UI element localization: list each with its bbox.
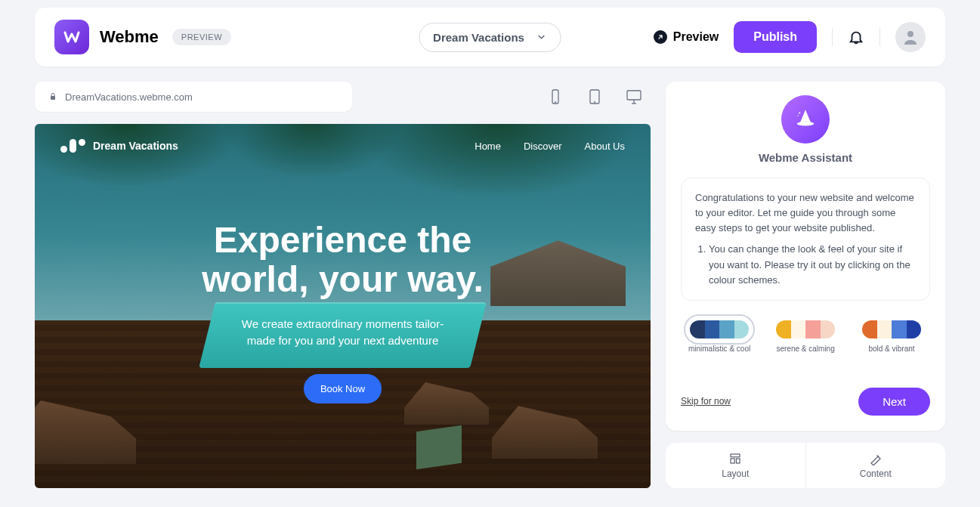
site-header: Dream Vacations Home Discover About Us [35,124,651,153]
brand-mark-icon [63,28,81,46]
nav-item-about[interactable]: About Us [585,141,625,152]
scheme-label: serene & calming [774,345,836,353]
site-logo[interactable]: Dream Vacations [60,139,178,153]
scheme-option-bold[interactable]: bold & vibrant [861,319,923,353]
assistant-message: Congratulations to your new website and … [681,178,930,301]
site-name: Dream Vacations [93,140,178,152]
scheme-label: bold & vibrant [861,345,923,353]
skip-link[interactable]: Skip for now [681,396,731,407]
hero-cta-button[interactable]: Book Now [304,374,382,403]
device-tablet-button[interactable] [586,88,604,106]
svg-rect-4 [590,90,599,104]
account-button[interactable] [895,22,926,52]
publish-button[interactable]: Publish [734,21,817,53]
preview-link[interactable]: Preview [654,30,719,44]
site-nav: Home Discover About Us [475,141,625,152]
svg-rect-12 [731,454,740,457]
nav-item-home[interactable]: Home [475,141,501,152]
swatch-icon [688,319,750,340]
divider [880,28,880,46]
canvas-toolbar: DreamVacations.webme.com [35,82,651,112]
nav-item-discover[interactable]: Discover [524,141,562,152]
project-selector[interactable]: Dream Vacations [419,23,561,52]
project-selector-label: Dream Vacations [433,31,524,44]
svg-rect-2 [552,90,558,104]
assistant-panel: Webme Assistant Congratulations to your … [666,82,945,431]
assistant-step: You can change the look & feel of your s… [709,242,916,287]
tab-layout[interactable]: Layout [666,443,806,488]
svg-point-9 [797,122,815,126]
bell-icon [848,29,864,45]
device-desktop-button[interactable] [625,88,643,106]
hero-background-table [416,425,462,469]
hero-subtitle: We create extraordinary moments tailor- … [53,316,632,350]
brand-logo [54,20,89,54]
svg-rect-1 [51,96,55,100]
svg-point-11 [797,115,798,116]
layout-icon [728,452,742,465]
avatar [895,22,926,52]
scheme-option-serene[interactable]: serene & calming [774,319,836,353]
wizard-hat-icon [793,107,818,132]
user-icon [901,28,920,46]
assistant-greeting: Congratulations to your new website and … [695,190,916,236]
address-bar[interactable]: DreamVacations.webme.com [35,82,352,112]
swatch-icon [774,319,836,340]
swatch-icon [861,319,923,340]
preview-link-label: Preview [673,30,719,44]
scheme-option-minimal[interactable]: minimalistic & cool [688,319,750,353]
assistant-avatar [781,95,830,144]
site-preview-canvas[interactable]: Dream Vacations Home Discover About Us E… [35,124,651,488]
app-topbar: Webme PREVIEW Dream Vacations Preview Pu… [35,8,945,66]
content-icon [869,452,883,465]
address-text: DreamVacations.webme.com [65,91,193,103]
hero-title: Experience the world, your way. [53,221,632,299]
next-button[interactable]: Next [858,388,930,416]
tab-content[interactable]: Content [806,443,946,488]
svg-point-10 [799,112,800,113]
svg-rect-14 [737,459,740,463]
svg-rect-6 [627,91,641,100]
svg-point-0 [907,31,914,37]
mode-badge: PREVIEW [172,29,231,45]
editor-tabs: Layout Content [666,443,945,488]
chevron-down-icon [536,32,547,42]
brand-name: Webme [100,27,159,47]
assistant-title: Webme Assistant [681,151,930,164]
lock-icon [48,92,57,101]
svg-rect-13 [731,459,734,463]
tab-layout-label: Layout [666,468,805,479]
site-logo-mark-icon [60,139,85,153]
scheme-label: minimalistic & cool [688,345,750,353]
external-arrow-icon [654,30,667,44]
device-mobile-button[interactable] [546,88,564,106]
divider [832,28,833,46]
notifications-button[interactable] [848,29,864,45]
color-scheme-picker: minimalistic & coolserene & calmingbold … [681,319,930,353]
tab-content-label: Content [806,468,946,479]
hero-section: Experience the world, your way. We creat… [35,221,651,403]
